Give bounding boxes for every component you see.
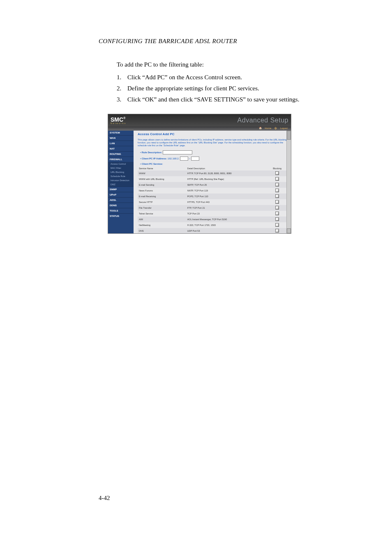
service-table-header: Service Name Detail Description Blocking — [138, 166, 287, 170]
table-row: WWWHTTP, TCP Port 80, 3128, 8000, 8001, … — [138, 170, 287, 176]
col-blocking: Blocking — [267, 166, 287, 170]
steps-list: 1. Click “Add PC” on the Access Control … — [117, 74, 343, 103]
sidebar-item-tools[interactable]: TOOLS — [108, 208, 134, 213]
router-screenshot: SMC® N e t w o r k s Advanced Setup 🏠 Ho… — [108, 114, 291, 234]
sidebar-item-firewall[interactable]: FIREWALL — [108, 157, 134, 162]
advanced-setup-title: Advanced Setup — [238, 117, 288, 124]
blocking-checkbox[interactable] — [275, 200, 279, 204]
rule-description-label: • Rule Description: — [140, 150, 287, 154]
sidebar-item-nat[interactable]: NAT — [108, 146, 134, 151]
step-1: 1. Click “Add PC” on the Access Control … — [117, 74, 343, 81]
top-links: 🏠 Home ⏻ Logout — [256, 127, 288, 129]
table-row: AIMAOL Instant Messenger, TCP Port 5190 — [138, 216, 287, 222]
blocking-checkbox[interactable] — [275, 183, 279, 187]
sidebar-item-ddns[interactable]: DDNS — [108, 203, 134, 208]
home-link[interactable]: 🏠 Home — [259, 127, 272, 129]
ip-from-input[interactable] — [180, 157, 188, 161]
ip-prefix: 192.168.2. — [168, 157, 179, 159]
blocking-checkbox[interactable] — [275, 194, 279, 198]
sidebar-item-snmp[interactable]: SNMP — [108, 187, 134, 192]
table-row: E-mail ReceivingPOP3, TCP Port 110 — [138, 193, 287, 199]
sidebar-item-routing[interactable]: ROUTING — [108, 151, 134, 157]
step-2: 2. Define the appropriate settings for c… — [117, 85, 343, 92]
table-row: E-mail SendingSMTP, TCP Port 25 — [138, 182, 287, 188]
main-panel: Access Control Add PC This page allows u… — [134, 127, 291, 233]
blocking-checkbox[interactable] — [275, 206, 279, 210]
ip-to-input[interactable] — [191, 157, 199, 161]
rule-description-input[interactable] — [163, 150, 192, 154]
client-ip-label: • Client PC IP Address: 192.168.2. ~ — [140, 157, 287, 161]
table-row: WWW with URL BlockingHTTP (Ref. URL Bloc… — [138, 176, 287, 182]
sidebar-sub-intrusion-detection[interactable]: Intrusion Detection — [108, 178, 134, 182]
scrollbar[interactable] — [286, 127, 291, 233]
panel-description: This page allows users to define service… — [138, 138, 287, 147]
step-number: 1. — [117, 74, 127, 81]
ip-sep: ~ — [189, 157, 191, 159]
table-row: NetMeetingH.323, TCP Port 1720, 1503 — [138, 222, 287, 228]
col-service-name: Service Name — [138, 166, 186, 170]
running-head: CONFIGURING THE BARRICADE ADSL ROUTER — [99, 38, 343, 45]
page-number: 4-42 — [99, 495, 110, 502]
scroll-thumb[interactable] — [287, 131, 291, 140]
client-service-label: • Client PC Service: — [140, 163, 287, 165]
sidebar-sub-url-blocking[interactable]: URL Blocking — [108, 170, 134, 174]
col-detail: Detail Description — [186, 166, 268, 170]
step-number: 3. — [117, 96, 127, 103]
router-header: SMC® N e t w o r k s Advanced Setup — [108, 114, 291, 127]
sidebar-item-status[interactable]: STATUS — [108, 213, 134, 219]
step-text: Click “OK” and then click “SAVE SETTINGS… — [127, 96, 343, 103]
sidebar-item-wan[interactable]: WAN — [108, 135, 134, 140]
table-row: File TransferFTP, TCP Port 21 — [138, 205, 287, 211]
sidebar-sub-access-control[interactable]: Access Control — [108, 162, 134, 166]
blocking-checkbox[interactable] — [275, 229, 279, 233]
sidebar: SYSTEM WAN LAN NAT ROUTING FIREWALL Acce… — [108, 127, 134, 233]
service-table: Service Name Detail Description Blocking… — [138, 166, 287, 233]
step-text: Define the appropriate settings for clie… — [127, 85, 343, 92]
sidebar-sub-dmz[interactable]: DMZ — [108, 182, 134, 187]
blocking-checkbox[interactable] — [275, 177, 279, 181]
sidebar-item-adsl[interactable]: ADSL — [108, 197, 134, 203]
table-row: DNSUDP Port 53 — [138, 228, 287, 233]
sidebar-sub-schedule-rule[interactable]: Schedule Rule — [108, 174, 134, 178]
table-row: Telnet ServiceTCP Port 23 — [138, 211, 287, 216]
scroll-down-button[interactable] — [287, 228, 291, 233]
step-text: Click “Add PC” on the Access Control scr… — [127, 74, 343, 81]
blocking-checkbox[interactable] — [275, 223, 279, 227]
step-3: 3. Click “OK” and then click “SAVE SETTI… — [117, 96, 343, 103]
blocking-checkbox[interactable] — [275, 217, 279, 221]
table-row: Secure HTTPHTTPS, TCP Port 443 — [138, 199, 287, 205]
blocking-checkbox[interactable] — [275, 189, 279, 192]
sidebar-item-lan[interactable]: LAN — [108, 140, 134, 146]
sidebar-sub-mac-filter[interactable]: MAC Filter — [108, 166, 134, 170]
table-row: News ForumsNNTP, TCP Port 119 — [138, 188, 287, 193]
sidebar-item-upnp[interactable]: UPnP — [108, 192, 134, 197]
blocking-checkbox[interactable] — [275, 212, 279, 215]
blocking-checkbox[interactable] — [275, 171, 279, 175]
logout-link[interactable]: ⏻ Logout — [274, 127, 288, 129]
logo-subtext: N e t w o r k s — [111, 122, 126, 124]
smc-logo: SMC® N e t w o r k s — [111, 116, 126, 124]
panel-title: Access Control Add PC — [138, 132, 287, 136]
step-number: 2. — [117, 85, 127, 92]
intro-text: To add the PC to the filtering table: — [117, 61, 343, 68]
